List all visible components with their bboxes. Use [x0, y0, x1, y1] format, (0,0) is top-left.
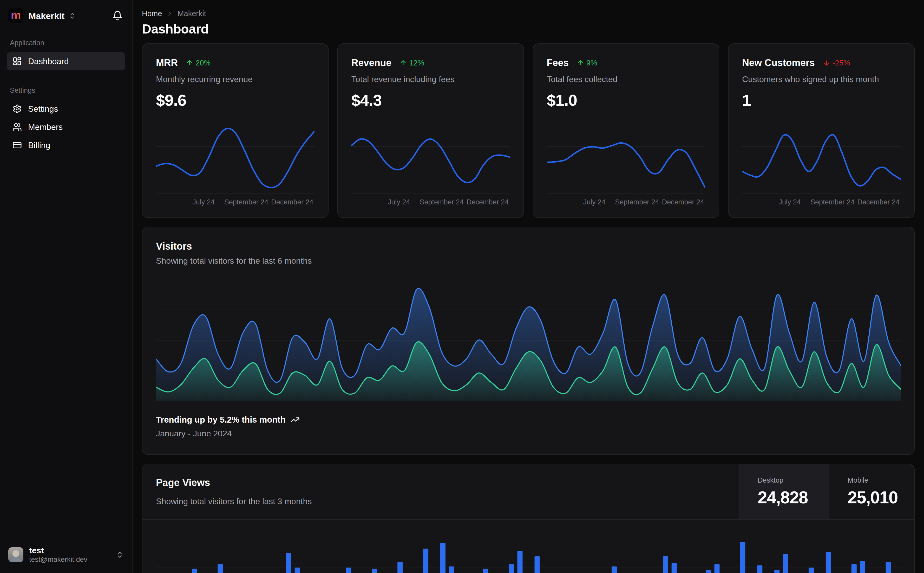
axis-label: December 24: [466, 198, 509, 206]
user-menu[interactable]: test test@makerkit.dev: [7, 543, 125, 566]
credit-card-icon: [13, 141, 22, 150]
sidebar: m Makerkit Application: [0, 0, 133, 573]
sidebar-item-settings[interactable]: Settings: [7, 100, 125, 118]
axis-label: July 24: [192, 198, 215, 206]
gear-icon: [13, 104, 22, 114]
toggle-desktop[interactable]: Desktop 24,828: [739, 464, 829, 519]
sidebar-item-members[interactable]: Members: [7, 118, 125, 136]
sidebar-item-billing[interactable]: Billing: [7, 136, 125, 154]
page-views-card: Page Views Showing total visitors for th…: [142, 463, 915, 573]
x-axis-labels: July 24September 24December 24: [742, 198, 900, 208]
stat-card-revenue: Revenue 12% Total revenue including fees…: [337, 43, 524, 218]
nav-group-label: Settings: [7, 86, 125, 94]
svg-text:m: m: [11, 9, 21, 22]
workspace-row: m Makerkit: [7, 8, 125, 24]
workspace-selector[interactable]: Makerkit: [28, 11, 76, 21]
stat-title: MRR: [156, 57, 178, 68]
stat-description: Monthly recurring revenue: [156, 75, 314, 84]
sidebar-item-label: Settings: [28, 104, 58, 114]
toggle-label: Desktop: [758, 476, 829, 484]
axis-label: December 24: [858, 198, 900, 206]
stat-value: 1: [742, 91, 900, 110]
stats-grid: MRR 20% Monthly recurring revenue $9.6 J…: [142, 43, 915, 218]
sparkline-chart: July 24September 24December 24: [156, 123, 314, 208]
stat-description: Total fees collected: [547, 75, 705, 84]
sidebar-item-label: Billing: [28, 141, 50, 150]
visitors-footer: Trending up by 5.2% this month January -…: [156, 415, 900, 438]
chevron-right-icon: [166, 10, 173, 17]
stat-description: Total revenue including fees: [351, 75, 510, 84]
sparkline-chart: July 24September 24December 24: [351, 123, 510, 208]
arrow-up-icon: [576, 59, 584, 67]
axis-label: September 24: [224, 198, 268, 206]
makerkit-logo-glyph: m: [10, 9, 22, 22]
axis-label: July 24: [583, 198, 606, 206]
sparkline-chart: July 24September 24December 24: [547, 123, 705, 208]
page-views-subtitle: Showing total visitors for the last 3 mo…: [156, 496, 725, 506]
toggle-label: Mobile: [847, 476, 914, 484]
app-root: m Makerkit Application: [0, 0, 924, 573]
visitors-trend-text: Trending up by 5.2% this month: [156, 415, 286, 425]
x-axis-labels: July 24September 24December 24: [351, 198, 510, 208]
stat-card-new-customers: New Customers -25% Customers who signed …: [728, 43, 915, 218]
x-axis-labels: July 24September 24December 24: [156, 198, 314, 208]
device-toggles: Desktop 24,828 Mobile 25,010: [739, 464, 914, 519]
trend-badge: -25%: [823, 59, 850, 67]
arrow-up-icon: [185, 59, 193, 67]
stat-card-mrr: MRR 20% Monthly recurring revenue $9.6 J…: [142, 43, 328, 218]
stat-value: $1.0: [547, 91, 705, 110]
trend-badge: 20%: [185, 59, 210, 67]
axis-label: July 24: [388, 198, 410, 206]
visitors-card: Visitors Showing total visitors for the …: [142, 227, 915, 455]
avatar-photo: [8, 547, 24, 562]
chevrons-up-down-icon: [116, 551, 124, 559]
visitors-area-chart: [156, 279, 901, 401]
user-name: test: [29, 545, 87, 555]
stat-description: Customers who signed up this month: [742, 75, 900, 84]
avatar: [8, 547, 24, 562]
toggle-value: 24,828: [758, 488, 829, 507]
sidebar-nav: Application Dashboard Settings Set: [7, 24, 125, 154]
x-axis-labels: July 24September 24December 24: [547, 198, 705, 208]
nav-group-settings: Settings Settings Members: [7, 86, 125, 154]
makerkit-logo[interactable]: m: [8, 8, 24, 23]
visitors-title: Visitors: [156, 241, 900, 252]
toggle-mobile[interactable]: Mobile 25,010: [829, 464, 914, 519]
stat-value: $9.6: [156, 91, 314, 110]
nav-group-label: Application: [7, 39, 125, 47]
dashboard-grid-icon: [13, 56, 22, 66]
toggle-value: 25,010: [847, 488, 914, 507]
stat-value: $4.3: [351, 91, 510, 110]
user-info: test test@makerkit.dev: [29, 545, 87, 564]
notifications-button[interactable]: [111, 9, 124, 23]
axis-label: September 24: [810, 198, 855, 206]
breadcrumb: Home Makerkit: [142, 9, 915, 18]
sparkline-chart: July 24September 24December 24: [742, 123, 900, 208]
arrow-up-icon: [399, 59, 407, 67]
page-views-header: Page Views Showing total visitors for th…: [143, 464, 914, 520]
axis-label: September 24: [615, 198, 659, 206]
visitors-subtitle: Showing total visitors for the last 6 mo…: [156, 256, 900, 266]
axis-label: September 24: [419, 198, 464, 206]
visitors-date-range: January - June 2024: [156, 429, 900, 438]
axis-label: December 24: [662, 198, 704, 206]
trend-badge: 12%: [399, 59, 424, 67]
sidebar-item-label: Members: [28, 122, 63, 132]
user-email: test@makerkit.dev: [29, 555, 87, 564]
stat-title: New Customers: [742, 57, 815, 68]
axis-label: July 24: [778, 198, 801, 206]
chevrons-up-down-icon: [69, 12, 76, 19]
trend-badge: 9%: [576, 59, 597, 67]
axis-label: December 24: [271, 198, 313, 206]
bell-icon: [112, 10, 123, 21]
stat-title: Revenue: [351, 57, 391, 68]
nav-group-application: Application Dashboard: [7, 39, 125, 70]
page-title: Dashboard: [142, 22, 915, 37]
arrow-down-icon: [823, 59, 830, 67]
sidebar-item-label: Dashboard: [28, 56, 69, 66]
workspace-name: Makerkit: [28, 11, 64, 21]
breadcrumb-home[interactable]: Home: [142, 9, 162, 18]
page-views-title: Page Views: [156, 477, 725, 488]
sidebar-item-dashboard[interactable]: Dashboard: [7, 52, 125, 70]
page-views-bar-chart: [143, 520, 914, 573]
